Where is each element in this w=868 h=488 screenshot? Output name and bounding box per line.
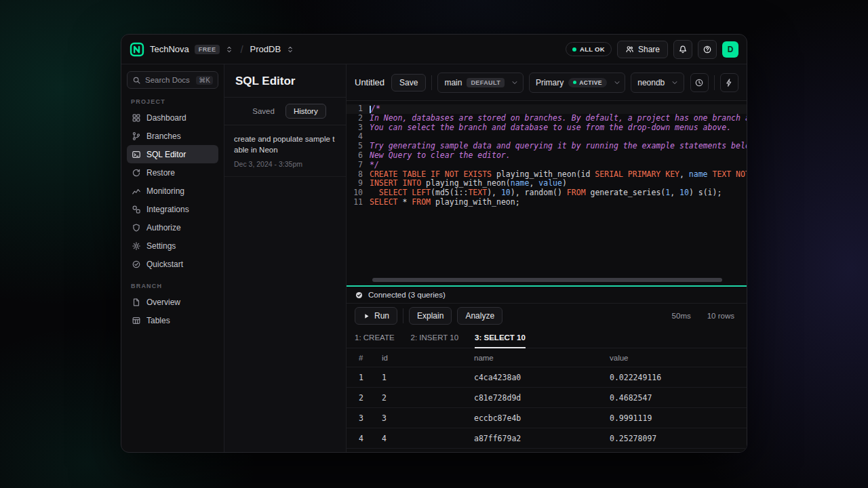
- table-row[interactable]: 33eccbc87e4b0.9991119: [347, 408, 747, 428]
- table-cell: 2: [355, 393, 382, 403]
- sidebar-item-settings[interactable]: Settings: [127, 237, 218, 255]
- result-tabs: 1: CREATE2: INSERT 103: SELECT 10: [347, 328, 747, 348]
- restore-icon: [132, 168, 141, 178]
- query-history-button[interactable]: [690, 73, 709, 92]
- line-number: 11: [347, 198, 370, 207]
- table-cell: 0.25278097: [610, 434, 747, 443]
- column-header-value: value: [610, 354, 747, 362]
- table-row[interactable]: 44a87ff679a20.25278097: [347, 428, 747, 449]
- query-name[interactable]: Untitled: [355, 77, 384, 87]
- sidebar-item-restore[interactable]: Restore: [127, 163, 218, 182]
- analyze-button[interactable]: Analyze: [457, 307, 502, 325]
- history-item[interactable]: create and populate sample table in Neon…: [224, 125, 346, 177]
- branch-value: main: [444, 78, 462, 87]
- horizontal-scrollbar[interactable]: [372, 278, 737, 282]
- chevron-down-icon: [671, 79, 679, 87]
- code-editor[interactable]: 1/*2In Neon, databases are stored on bra…: [347, 101, 747, 285]
- chevron-down-icon: [511, 79, 519, 87]
- line-number: 7: [347, 161, 370, 170]
- sidebar-item-dashboard[interactable]: Dashboard: [127, 108, 218, 127]
- result-tab-3-select-10[interactable]: 3: SELECT 10: [475, 328, 526, 348]
- avatar[interactable]: D: [722, 41, 738, 58]
- project-switcher-icon[interactable]: [286, 45, 294, 54]
- sidebar-item-quickstart[interactable]: Quickstart: [127, 255, 218, 273]
- neon-logo-icon[interactable]: [130, 42, 144, 57]
- dashboard-icon: [132, 113, 141, 123]
- database-value: neondb: [637, 78, 665, 87]
- explain-button[interactable]: Explain: [409, 307, 452, 325]
- editor-toolbar: Untitled Save main DEFAULT Primary ACTIV…: [347, 64, 747, 101]
- status-badge[interactable]: ALL OK: [566, 42, 612, 56]
- branch-select[interactable]: main DEFAULT: [437, 73, 523, 93]
- sidebar-item-label: SQL Editor: [146, 150, 186, 159]
- result-tab-1-create[interactable]: 1: CREATE: [355, 328, 395, 348]
- sidebar-item-label: Integrations: [146, 205, 189, 214]
- table-row[interactable]: 11c4ca4238a00.022249116: [347, 367, 747, 388]
- table-cell: 0.9991119: [610, 413, 747, 423]
- play-icon: [363, 312, 370, 320]
- chevron-down-icon: [613, 79, 621, 87]
- panel-tab-saved[interactable]: Saved: [244, 104, 283, 119]
- page-title: SQL Editor: [224, 64, 346, 98]
- line-number: 2: [347, 114, 370, 123]
- table-cell: 3: [355, 413, 382, 423]
- sidebar-item-tables[interactable]: Tables: [127, 311, 218, 329]
- code-line: 5Try generating sample data and querying…: [347, 142, 747, 151]
- search-placeholder: Search Docs: [145, 76, 192, 84]
- scrollbar-thumb[interactable]: [372, 278, 722, 282]
- table-cell: 1: [355, 373, 382, 382]
- line-number: 4: [347, 132, 370, 142]
- clock-icon: [694, 78, 704, 87]
- code-line: 3You can select the branch and database …: [347, 123, 747, 133]
- format-button[interactable]: [720, 73, 738, 92]
- table-row[interactable]: 22c81e728d9d0.4682547: [347, 388, 747, 408]
- editor-pane: Untitled Save main DEFAULT Primary ACTIV…: [347, 64, 747, 452]
- history-list: create and populate sample table in Neon…: [224, 125, 346, 177]
- code-line: 4: [347, 132, 747, 142]
- code-line: 8CREATE TABLE IF NOT EXISTS playing_with…: [347, 170, 747, 180]
- sidebar-item-label: Branches: [146, 131, 181, 141]
- line-content: [370, 132, 747, 142]
- app-window: TechNova FREE / ProdDB ALL OK Share D Se…: [121, 34, 747, 453]
- sidebar-item-monitoring[interactable]: Monitoring: [127, 182, 218, 200]
- actions-divider: [403, 308, 403, 323]
- code-line: 9INSERT INTO playing_with_neon(name, val…: [347, 179, 747, 188]
- table-cell: 0.022249116: [610, 373, 747, 382]
- column-header-num: #: [355, 354, 382, 362]
- line-number: 6: [347, 151, 370, 161]
- database-select[interactable]: neondb: [631, 73, 684, 93]
- share-button[interactable]: Share: [617, 41, 668, 58]
- sidebar-item-integrations[interactable]: Integrations: [127, 200, 218, 218]
- org-name[interactable]: TechNova: [150, 44, 189, 54]
- line-content: INSERT INTO playing_with_neon(name, valu…: [370, 179, 747, 188]
- line-content: SELECT LEFT(md5(i::TEXT), 10), random() …: [370, 188, 747, 198]
- compute-select[interactable]: Primary ACTIVE: [529, 73, 625, 93]
- line-number: 8: [347, 170, 370, 180]
- connection-status: Connected (3 queries): [368, 291, 446, 299]
- table-cell: 1: [382, 373, 474, 382]
- sidebar-item-authorize[interactable]: Authorize: [127, 218, 218, 237]
- tables-icon: [132, 316, 141, 325]
- sidebar-item-label: Overview: [146, 298, 180, 307]
- column-header-id: id: [382, 354, 474, 362]
- org-switcher-icon[interactable]: [225, 45, 233, 54]
- line-number: 3: [347, 123, 370, 133]
- line-number: 9: [347, 179, 370, 188]
- search-input[interactable]: Search Docs ⌘K: [127, 71, 218, 89]
- save-button[interactable]: Save: [391, 74, 426, 92]
- sidebar-item-label: Tables: [146, 316, 170, 325]
- line-content: In Neon, databases are stored on branche…: [370, 114, 747, 123]
- code-line: 7*/: [347, 161, 747, 170]
- monitoring-icon: [132, 186, 141, 196]
- result-tab-2-insert-10[interactable]: 2: INSERT 10: [411, 328, 459, 348]
- sidebar-item-branches[interactable]: Branches: [127, 127, 218, 145]
- help-button[interactable]: [698, 40, 717, 59]
- run-button[interactable]: Run: [355, 307, 397, 325]
- panel-tab-history[interactable]: History: [285, 104, 326, 119]
- history-item-date: Dec 3, 2024 - 3:35pm: [234, 160, 336, 168]
- code-line: 11SELECT * FROM playing_with_neon;: [347, 198, 747, 207]
- sidebar-item-sql-editor[interactable]: SQL Editor: [127, 145, 218, 163]
- notifications-button[interactable]: [673, 40, 692, 59]
- project-name[interactable]: ProdDB: [250, 44, 281, 54]
- sidebar-item-overview[interactable]: Overview: [127, 293, 218, 311]
